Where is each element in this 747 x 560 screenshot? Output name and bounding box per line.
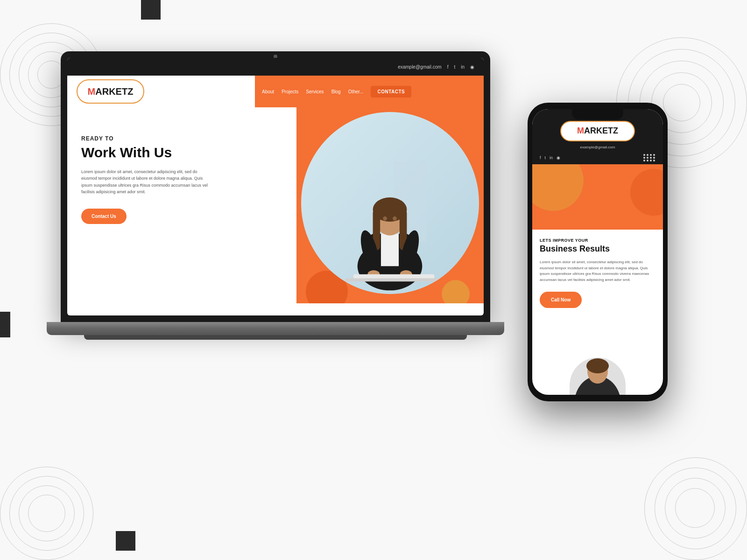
phone-email: example@gmail.com	[580, 145, 615, 149]
laptop-logo: MARKETZ	[77, 79, 144, 104]
phone-fb-icon: f	[540, 155, 541, 160]
phone-hero-bg	[532, 164, 663, 230]
laptop-nav-right: About Projects Services Blog Other... CO…	[255, 76, 484, 107]
laptop-hero-desc: Lorem ipsum dolor sit amet, consectetur …	[81, 168, 212, 196]
laptop-nav-other[interactable]: Other...	[348, 89, 364, 94]
phone-content: LETS IMPROVE YOUR Business Results Lorem…	[532, 230, 663, 316]
laptop-nav-blog[interactable]: Blog	[331, 89, 341, 94]
laptop-hero-right	[296, 107, 484, 303]
laptop-nav-services[interactable]: Services	[306, 89, 324, 94]
laptop-base	[47, 322, 504, 335]
laptop-foot	[84, 335, 467, 340]
bg-square-bottom	[116, 531, 135, 551]
svg-rect-3	[381, 234, 399, 266]
laptop-body: example@gmail.com f t in ◉ MARKETZ About…	[61, 51, 490, 322]
circles-bottomright	[644, 457, 747, 560]
svg-point-9	[393, 217, 397, 221]
laptop-ig-icon: ◉	[470, 64, 474, 70]
phone-cta-button[interactable]: Call Now	[540, 292, 582, 308]
phone-blob-right	[630, 169, 663, 216]
laptop-nav-about[interactable]: About	[262, 89, 274, 94]
phone-tw-icon: t	[545, 155, 546, 160]
bg-square-top	[141, 0, 161, 20]
svg-point-8	[383, 217, 388, 221]
bg-square-left	[0, 312, 10, 337]
phone-logo: MARKETZ	[560, 121, 635, 141]
svg-point-18	[586, 358, 609, 373]
laptop-logo-rest: ARKETZ	[95, 86, 133, 97]
laptop-hero-title: Work With Us	[81, 145, 282, 160]
phone-li-icon: in	[550, 155, 553, 160]
phone-bottom-image	[570, 357, 626, 395]
laptop-hero-left: READY TO Work With Us Lorem ipsum dolor …	[67, 107, 296, 303]
laptop-logo-m: M	[88, 86, 96, 97]
phone-ig-icon: ◉	[557, 155, 560, 160]
laptop-nav-projects[interactable]: Projects	[282, 89, 298, 94]
laptop-header-top: example@gmail.com f t in ◉	[67, 58, 484, 76]
laptop-nav-contacts[interactable]: CONTACTS	[371, 86, 411, 98]
phone-social-row: f t in ◉	[532, 151, 663, 164]
phone-screen: MARKETZ example@gmail.com f t in ◉	[532, 109, 663, 395]
laptop-hero: READY TO Work With Us Lorem ipsum dolor …	[67, 107, 484, 303]
phone-logo-rest: ARKETZ	[584, 126, 618, 135]
phone-blob-top	[532, 164, 584, 211]
phone-body: MARKETZ example@gmail.com f t in ◉	[528, 103, 668, 401]
laptop-mockup: example@gmail.com f t in ◉ MARKETZ About…	[61, 51, 490, 355]
circles-bottomleft	[0, 467, 93, 560]
laptop-li-icon: in	[461, 64, 465, 70]
phone-mockup: MARKETZ example@gmail.com f t in ◉	[528, 103, 668, 401]
laptop-cta-button[interactable]: Contact Us	[81, 209, 127, 224]
laptop-person-figure	[301, 121, 479, 294]
phone-grid-icon	[643, 154, 655, 161]
phone-hero-desc: Lorem ipsum dolor sit amet, consectetur …	[540, 259, 655, 283]
laptop-nav: MARKETZ About Projects Services Blog Oth…	[67, 76, 484, 107]
laptop-email: example@gmail.com	[398, 64, 442, 70]
svg-rect-15	[345, 278, 443, 281]
laptop-tw-icon: t	[454, 64, 455, 70]
laptop-hero-subtitle: READY TO	[81, 135, 282, 142]
phone-notch	[572, 109, 623, 119]
laptop-person-circle	[301, 112, 479, 294]
phone-hero-title: Business Results	[540, 245, 655, 254]
laptop-fb-icon: f	[447, 64, 449, 70]
laptop-screen: example@gmail.com f t in ◉ MARKETZ About…	[67, 58, 484, 315]
phone-social-icons: f t in ◉	[540, 155, 560, 160]
phone-logo-m: M	[577, 126, 584, 135]
phone-hero-subtitle: LETS IMPROVE YOUR	[540, 238, 655, 243]
